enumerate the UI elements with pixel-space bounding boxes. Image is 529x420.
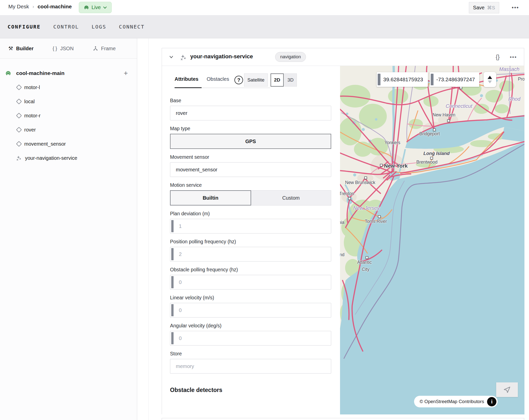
field-label: Linear velocity (m/s) <box>170 295 331 301</box>
map-label-new-jersey: New Jersey <box>353 205 379 211</box>
sidebar-item-local[interactable]: local <box>0 94 137 109</box>
zoom-in-icon[interactable] <box>488 76 492 79</box>
map-label-yonkers: Yonkers <box>384 140 400 145</box>
broadcast-icon <box>84 5 89 10</box>
nav-tab-logs[interactable]: LOGS <box>92 24 106 30</box>
part-label: rover <box>24 127 36 133</box>
raw-json-toggle-icon[interactable]: {} <box>492 52 503 62</box>
breadcrumb: My Desk › cool-machine <box>8 4 72 10</box>
segment-custom[interactable]: Custom <box>251 190 331 205</box>
field-label: Motion service <box>170 182 331 188</box>
field-label: Map type <box>170 126 331 132</box>
sidebar-item-motor-l[interactable]: motor-l <box>0 80 137 94</box>
field-label: Obstacle polling frequency (hz) <box>170 267 331 273</box>
map-label-massach: Massach <box>499 66 519 72</box>
sidebar-view-json[interactable]: { }JSON <box>53 38 74 59</box>
sidebar-view-label: Builder <box>16 46 34 51</box>
broadcast-icon <box>5 70 11 76</box>
field-obstacle-polling-frequency-hz-: Obstacle polling frequency (hz) <box>170 267 331 290</box>
longitude-input[interactable] <box>434 76 479 83</box>
zoom-stepper[interactable] <box>484 72 496 87</box>
map-geography <box>340 66 524 414</box>
map-attribution: © OpenStreetMap Contributors i <box>414 396 498 407</box>
map-label-new-brunswick: New Brunswick <box>345 180 375 185</box>
number-drag-handle[interactable] <box>171 304 174 316</box>
add-component-button[interactable]: + <box>122 69 130 77</box>
info-icon[interactable]: i <box>487 397 496 406</box>
obstacle-detectors-heading: Obstacle detectors <box>170 387 331 393</box>
field-position-polling-frequency-hz--input[interactable] <box>170 247 331 261</box>
navigation-service-icon <box>16 155 22 161</box>
number-drag-handle[interactable] <box>171 276 174 288</box>
tree-root-machine[interactable]: cool-machine-main + <box>0 66 137 80</box>
breadcrumb-root[interactable]: My Desk <box>8 4 29 10</box>
part-label: motor-l <box>24 85 40 90</box>
sidebar-item-your-navigation-service[interactable]: your-navigation-service <box>0 151 137 165</box>
config-sidebar: ⚒Builder{ }JSONFrame cool-machine-main +… <box>0 38 137 420</box>
part-label: motor-r <box>24 113 40 119</box>
field-label: Base <box>170 98 331 103</box>
map-label-nia: nia <box>340 220 344 225</box>
sidebar-item-movement_sensor[interactable]: movement_sensor <box>0 137 137 151</box>
sidebar-view-label: JSON <box>60 46 74 51</box>
next-card-edge <box>162 418 524 420</box>
nav-tab-configure[interactable]: CONFIGURE <box>8 24 41 30</box>
number-drag-handle[interactable] <box>171 332 174 344</box>
nav-tab-control[interactable]: CONTROL <box>53 24 79 30</box>
number-drag-handle[interactable] <box>171 220 174 232</box>
number-drag-handle[interactable] <box>171 248 174 260</box>
field-obstacle-polling-frequency-hz--input[interactable] <box>170 275 331 290</box>
field-angular-velocity-deg-s--input[interactable] <box>170 331 331 346</box>
map-label-nd: nd <box>340 252 344 257</box>
chevron-right-icon: › <box>33 4 34 9</box>
segment-builtin[interactable]: Builtin <box>170 190 251 205</box>
save-shortcut: ⌘S <box>487 5 495 11</box>
recenter-button[interactable] <box>496 382 518 397</box>
sidebar-view-builder[interactable]: ⚒Builder <box>8 38 34 59</box>
navigation-service-icon <box>180 54 187 61</box>
main-nav-tabbar: CONFIGURECONTROLLOGSCONNECT <box>0 15 529 38</box>
top-header: My Desk › cool-machine Live Save ⌘S ••• <box>0 0 529 15</box>
component-diamond-icon <box>16 85 22 90</box>
zoom-out-icon[interactable] <box>488 81 492 83</box>
field-movement-sensor-input[interactable] <box>170 162 331 177</box>
map-city-marker <box>366 256 368 259</box>
axes-icon <box>93 46 98 51</box>
sidebar-item-motor-r[interactable]: motor-r <box>0 109 137 123</box>
service-type-chip: navigation <box>275 52 306 62</box>
field-label: Position polling frequency (hz) <box>170 239 331 245</box>
longitude-drag-handle[interactable] <box>431 74 434 85</box>
field-store-input[interactable] <box>170 359 331 374</box>
component-diamond-icon <box>16 113 22 119</box>
map-label-rhod: Rhod <box>508 96 520 102</box>
map-city-marker <box>430 157 433 160</box>
field-position-polling-frequency-hz-: Position polling frequency (hz) <box>170 239 331 261</box>
save-button[interactable]: Save ⌘S <box>469 2 499 13</box>
live-label: Live <box>91 5 101 10</box>
header-more-menu-button[interactable]: ••• <box>510 3 520 12</box>
field-plan-deviation-m--input[interactable] <box>170 219 331 233</box>
map-label-toms-river: Toms River <box>365 219 387 224</box>
latitude-input[interactable] <box>380 76 428 83</box>
canvas-divider <box>148 38 149 420</box>
field-angular-velocity-deg-s-: Angular velocity (deg/s) <box>170 323 331 346</box>
field-base-input[interactable] <box>170 106 331 120</box>
sidebar-view-frame[interactable]: Frame <box>93 38 116 59</box>
live-status-dropdown[interactable]: Live <box>79 2 112 13</box>
field-linear-velocity-m-s--input[interactable] <box>170 303 331 318</box>
map-label-atlantic: Atlantic <box>357 260 372 265</box>
map-label-connecticut: Connecticut <box>446 103 472 109</box>
collapse-chevron-icon[interactable] <box>169 54 174 60</box>
nav-tab-connect[interactable]: CONNECT <box>119 24 145 30</box>
machine-main-label: cool-machine-main <box>16 70 64 76</box>
navigation-service-card: your-navigation-service navigation {} ••… <box>162 48 524 414</box>
braces-icon: { } <box>53 45 57 51</box>
field-label: Angular velocity (deg/s) <box>170 323 331 329</box>
card-more-menu-button[interactable]: ••• <box>508 52 519 62</box>
attribution-text: © OpenStreetMap Contributors <box>420 399 484 404</box>
navigation-map[interactable]: MassachProRhodConnecticutNew HavenBridge… <box>340 66 524 414</box>
latitude-input-group <box>377 72 428 87</box>
sidebar-item-rover[interactable]: rover <box>0 123 137 137</box>
gps-button[interactable]: GPS <box>170 134 331 149</box>
latitude-drag-handle[interactable] <box>378 74 380 85</box>
